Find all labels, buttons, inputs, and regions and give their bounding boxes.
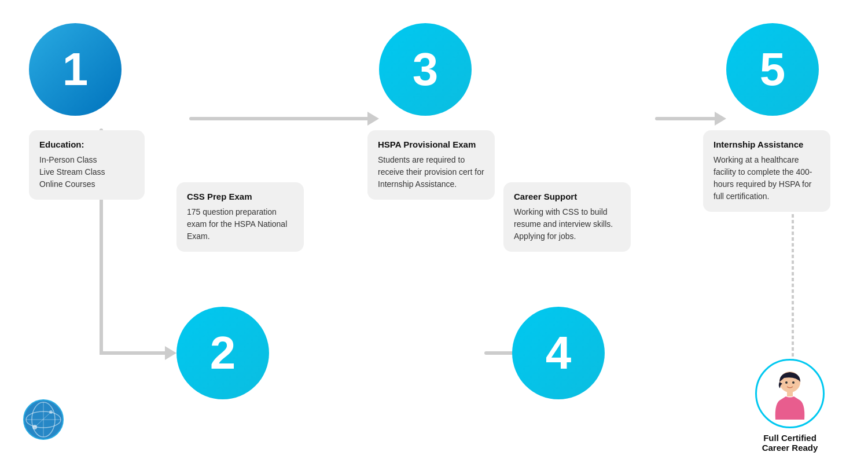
step5-box: Internship Assistance Working at a healt… (703, 130, 830, 212)
step3-box: HSPA Provisional Exam Students are requi… (367, 130, 495, 200)
step5-title: Internship Assistance (713, 139, 820, 149)
step1-circle: 1 (29, 23, 122, 116)
step1-number: 1 (62, 43, 89, 96)
step2-number: 2 (210, 326, 236, 380)
svg-point-8 (792, 381, 795, 384)
svg-point-7 (785, 381, 788, 384)
step3-title: HSPA Provisional Exam (378, 139, 484, 149)
step5-body: Working at a healthcare facility to comp… (713, 154, 820, 203)
step2-box: CSS Prep Exam 175 question preparation e… (176, 182, 304, 252)
step3-body: Students are required to receive their p… (378, 154, 484, 190)
flow-wrapper: 1 Education: In-Person Class Live Stream… (12, 12, 856, 451)
step3-number: 3 (413, 43, 439, 96)
step2-body: 175 question preparation exam for the HS… (187, 206, 293, 242)
step4-body: Working with CSS to build resume and int… (514, 206, 620, 242)
step1-title: Education: (39, 139, 134, 149)
final-label: Full Certified Career Ready (762, 433, 818, 453)
main-container: 1 Education: In-Person Class Live Stream… (0, 0, 868, 463)
step3-circle: 3 (379, 23, 472, 116)
step1-body: In-Person Class Live Stream Class Online… (39, 154, 134, 190)
final-badge: Full Certified Career Ready (755, 359, 825, 453)
final-circle (755, 359, 825, 428)
svg-marker-0 (165, 346, 176, 360)
step1-box: Education: In-Person Class Live Stream C… (29, 130, 145, 200)
svg-marker-1 (367, 112, 379, 126)
step4-number: 4 (546, 326, 572, 380)
step5-number: 5 (760, 43, 786, 96)
svg-marker-3 (715, 112, 726, 126)
step2-title: CSS Prep Exam (187, 192, 293, 201)
svg-rect-6 (787, 392, 793, 396)
step4-title: Career Support (514, 192, 620, 201)
step4-circle: 4 (512, 307, 605, 399)
logo (23, 399, 64, 440)
step2-circle: 2 (176, 307, 269, 399)
step4-box: Career Support Working with CSS to build… (503, 182, 631, 252)
step5-circle: 5 (726, 23, 819, 116)
